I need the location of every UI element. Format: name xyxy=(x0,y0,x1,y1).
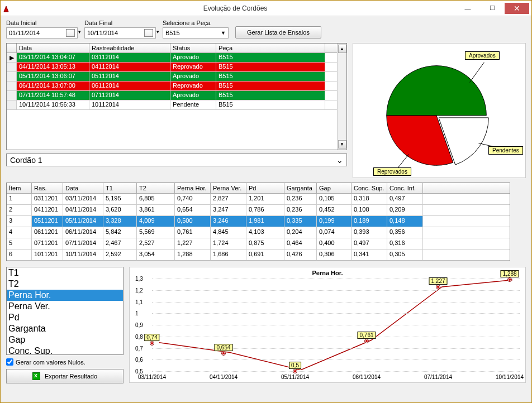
status-pie-chart: Aprovados Reprovados Pendentes xyxy=(353,43,526,178)
cordao-select[interactable]: Cordão 1 ⌄ xyxy=(6,153,347,166)
row-marker xyxy=(7,91,17,100)
table-row[interactable]: 10/11/2014 10:56:3310112014PendenteB515 xyxy=(7,100,337,110)
export-label: Exportar Resultado xyxy=(45,373,97,380)
data-label: 1,288 xyxy=(500,271,519,278)
cell: 0,452 xyxy=(317,205,352,215)
table-row[interactable]: 5071120107/11/20142,4672,5271,2271,7240,… xyxy=(7,238,510,250)
list-item[interactable]: Perna Ver. xyxy=(7,301,123,312)
cell-peca: B515 xyxy=(216,63,325,71)
column-header-status[interactable]: Status xyxy=(170,44,216,52)
cell-data: 10/11/2014 10:56:33 xyxy=(17,100,89,109)
column-header-peca[interactable]: Peça xyxy=(216,44,325,52)
data-inicial-input[interactable]: 01/11/2014 xyxy=(6,27,78,39)
excel-icon xyxy=(32,372,40,380)
x-tick-label: 03/11/2014 xyxy=(138,374,166,380)
list-item[interactable]: Gap xyxy=(7,334,123,346)
nulos-checkbox[interactable] xyxy=(6,358,13,366)
nulos-label: Gerar com valores Nulos. xyxy=(16,359,86,366)
cell-ras: 10112014 xyxy=(89,100,170,109)
table-row[interactable]: 1031120103/11/20145,1956,8050,7402,8271,… xyxy=(7,194,510,205)
cell-ras: 03112014 xyxy=(89,53,170,62)
calendar-icon[interactable] xyxy=(144,29,153,37)
column-header[interactable]: Ras. xyxy=(32,183,63,193)
cell: 0,740 xyxy=(175,194,211,204)
y-tick-label: 1,3 xyxy=(135,276,143,282)
table-row[interactable]: 07/11/2014 10:57:4807112014AprovadoB515 xyxy=(7,91,337,100)
cell-peca: B515 xyxy=(216,100,325,109)
y-tick-label: 0,7 xyxy=(135,345,143,351)
column-header-data[interactable]: Data xyxy=(17,44,89,52)
cell-peca: B515 xyxy=(216,81,325,90)
minimize-button[interactable]: — xyxy=(455,3,480,14)
scroll-down-icon[interactable]: ▼ xyxy=(338,140,346,148)
y-tick-label: 0,5 xyxy=(135,368,143,375)
table-row[interactable]: 6101120110/11/20142,5923,0541,2881,6860,… xyxy=(7,250,510,261)
scroll-up-icon[interactable]: ▲ xyxy=(338,45,346,53)
column-header[interactable]: Pd xyxy=(246,183,284,193)
column-header[interactable]: Data xyxy=(63,183,103,193)
export-button[interactable]: Exportar Resultado xyxy=(6,369,124,383)
app-icon xyxy=(3,4,12,13)
grid-scrollbar[interactable]: ▲ ▼ xyxy=(337,44,346,150)
cell: 1,724 xyxy=(211,238,246,249)
peca-select[interactable]: B515 ▼ xyxy=(163,27,229,39)
cell-status: Aprovado xyxy=(170,72,216,81)
cell: 2,527 xyxy=(137,238,175,249)
list-item[interactable]: Conc. Sup. xyxy=(7,346,123,355)
cell: 0,108 xyxy=(352,205,387,215)
titlebar: Evolução de Cordões — ☐ ✕ xyxy=(1,1,531,16)
cell: 0,875 xyxy=(246,238,284,249)
column-header[interactable]: T2 xyxy=(137,183,175,193)
close-button[interactable]: ✕ xyxy=(505,3,529,14)
cell: 6 xyxy=(7,250,32,260)
column-header[interactable]: Conc. Inf. xyxy=(387,183,423,193)
pie-label-reprovados: Reprovados xyxy=(373,167,411,176)
cell-peca: B515 xyxy=(216,91,325,100)
parameter-listbox[interactable]: T1T2Perna Hor.Perna Ver.PdGargantaGapCon… xyxy=(6,267,124,355)
table-row[interactable]: 4061120106/11/20145,8425,5690,7614,8454,… xyxy=(7,227,510,238)
cell: 0,189 xyxy=(352,216,387,227)
list-item[interactable]: Pd xyxy=(7,312,123,323)
column-header[interactable]: Conc. Sup. xyxy=(352,183,387,193)
cell: 0,341 xyxy=(352,250,387,260)
table-row[interactable]: ▶03/11/2014 13:04:0703112014AprovadoB515 xyxy=(7,53,337,63)
cell-data: 07/11/2014 10:57:48 xyxy=(17,91,89,100)
gerar-lista-button[interactable]: Gerar Lista de Ensaios xyxy=(235,26,321,39)
row-marker xyxy=(7,72,17,81)
data-label: 1,227 xyxy=(429,277,447,285)
column-header[interactable]: T1 xyxy=(103,183,137,193)
measurements-grid[interactable]: ÍtemRas.DataT1T2Perna Hor.Perna Ver.PdGa… xyxy=(6,183,510,261)
list-item[interactable]: T1 xyxy=(7,267,123,279)
table-row[interactable]: 06/11/2014 13:07:0006112014ReprovadoB515 xyxy=(7,81,337,91)
table-row[interactable]: 3051120105/11/20143,3284,0090,5003,2461,… xyxy=(7,216,510,227)
data-final-input[interactable]: 10/11/2014 xyxy=(84,27,156,39)
cell: 4,009 xyxy=(137,216,175,227)
column-header[interactable]: Ítem xyxy=(7,183,32,193)
column-header-ras[interactable]: Rastreabilidade xyxy=(89,44,170,52)
ensaios-grid[interactable]: Data Rastreabilidade Status Peça ▶03/11/… xyxy=(6,43,347,150)
column-header[interactable]: Perna Hor. xyxy=(175,183,211,193)
cell: 0511201 xyxy=(32,216,63,227)
x-tick-label: 10/11/2014 xyxy=(496,374,524,380)
cell: 2,827 xyxy=(211,194,246,204)
table-row[interactable]: 2041120104/11/20143,6203,8610,6543,2470,… xyxy=(7,205,510,216)
maximize-button[interactable]: ☐ xyxy=(480,3,505,14)
data-final-value: 10/11/2014 xyxy=(87,30,118,36)
calendar-icon[interactable] xyxy=(66,29,75,37)
list-item[interactable]: T2 xyxy=(7,279,123,290)
column-header[interactable]: Garganta xyxy=(284,183,317,193)
column-header[interactable]: Gap xyxy=(317,183,352,193)
list-item[interactable]: Garganta xyxy=(7,323,123,334)
cell: 3,246 xyxy=(211,216,246,227)
cell: 0,497 xyxy=(352,238,387,249)
cell: 0,199 xyxy=(317,216,352,227)
table-row[interactable]: 05/11/2014 13:06:0705112014AprovadoB515 xyxy=(7,72,337,81)
cell: 3,328 xyxy=(103,216,137,227)
list-item[interactable]: Perna Hor. xyxy=(7,290,123,301)
column-header[interactable]: Perna Ver. xyxy=(211,183,246,193)
x-tick-label: 07/11/2014 xyxy=(424,374,452,380)
cell: 0,209 xyxy=(387,205,423,215)
y-tick-label: 0,8 xyxy=(135,333,143,339)
table-row[interactable]: 04/11/2014 13:05:1304112014ReprovadoB515 xyxy=(7,63,337,72)
cell: 0,236 xyxy=(284,194,317,204)
